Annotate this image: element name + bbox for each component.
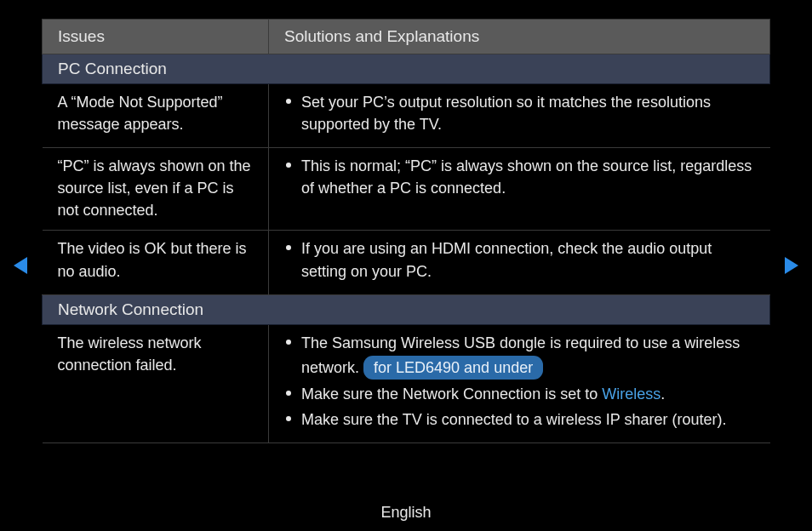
solution-item: Make sure the Network Connection is set … [284, 383, 755, 405]
table-row: A “Mode Not Supported” message appears. … [43, 84, 770, 148]
page-content: Issues Solutions and Explanations PC Con… [0, 0, 812, 443]
svg-marker-0 [14, 257, 27, 274]
table-header-row: Issues Solutions and Explanations [43, 20, 770, 54]
solution-list: Set your PC’s output resolution so it ma… [284, 91, 755, 135]
triangle-right-icon [783, 256, 800, 275]
solution-cell: The Samsung Wireless USB dongle is requi… [269, 324, 770, 442]
svg-marker-1 [785, 257, 798, 274]
section-pc-connection: PC Connection [43, 54, 770, 84]
solution-cell: Set your PC’s output resolution so it ma… [269, 84, 770, 148]
table-row: The video is OK but there is no audio. I… [43, 231, 770, 294]
solution-cell: This is normal; “PC” is always shown on … [269, 148, 770, 231]
solution-item: Make sure the TV is connected to a wirel… [284, 408, 755, 431]
solution-list: The Samsung Wireless USB dongle is requi… [284, 332, 755, 431]
solution-list: If you are using an HDMI connection, che… [284, 237, 755, 282]
prev-page-button[interactable] [12, 256, 29, 279]
section-title: PC Connection [43, 54, 770, 84]
header-issues: Issues [43, 20, 269, 54]
next-page-button[interactable] [783, 256, 800, 279]
issue-cell: A “Mode Not Supported” message appears. [43, 84, 269, 148]
issue-cell: The video is OK but there is no audio. [43, 231, 269, 294]
keyword-wireless: Wireless [602, 385, 660, 403]
solution-item: The Samsung Wireless USB dongle is requi… [284, 332, 755, 380]
triangle-left-icon [12, 256, 29, 275]
solution-text: Make sure the Network Connection is set … [301, 385, 602, 403]
table-row: “PC” is always shown on the source list,… [43, 148, 770, 231]
solution-item: This is normal; “PC” is always shown on … [284, 155, 755, 199]
solution-text: . [660, 385, 665, 403]
section-network-connection: Network Connection [43, 294, 770, 324]
header-solutions: Solutions and Explanations [269, 20, 770, 54]
issue-cell: The wireless network connection failed. [43, 324, 269, 442]
solution-list: This is normal; “PC” is always shown on … [284, 155, 755, 199]
solution-item: If you are using an HDMI connection, che… [284, 237, 755, 282]
troubleshoot-table: Issues Solutions and Explanations PC Con… [42, 19, 770, 443]
solution-item: Set your PC’s output resolution so it ma… [284, 91, 755, 135]
table-row: The wireless network connection failed. … [43, 324, 770, 442]
model-badge: for LED6490 and under [363, 356, 543, 380]
solution-cell: If you are using an HDMI connection, che… [269, 231, 770, 294]
section-title: Network Connection [43, 294, 770, 324]
issue-cell: “PC” is always shown on the source list,… [43, 148, 269, 231]
footer-language: English [0, 504, 812, 522]
